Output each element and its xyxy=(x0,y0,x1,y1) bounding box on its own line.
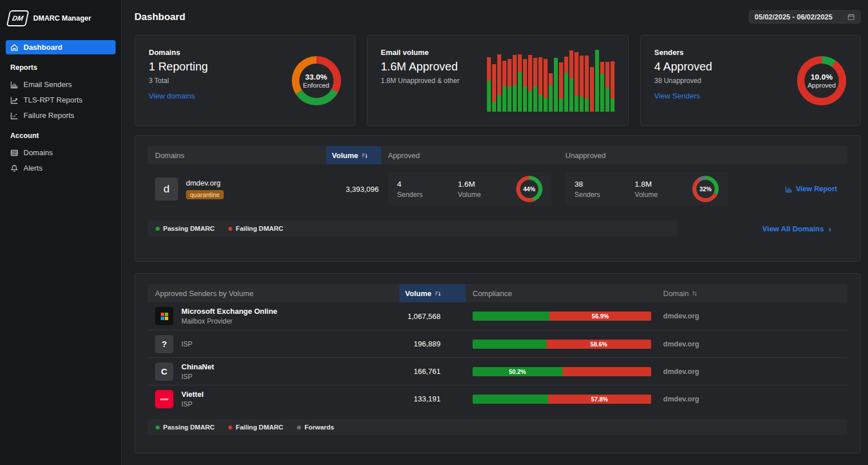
sender-identity: ?ISP xyxy=(148,335,399,353)
email-volume-card: Email volume 1.6M Approved 1.8M Unapprov… xyxy=(367,35,629,126)
volume-bar xyxy=(528,55,532,112)
volume-bar xyxy=(492,64,496,112)
column-header-unapproved: Unapproved xyxy=(565,151,728,160)
approved-volume: 1.6M xyxy=(458,180,481,188)
volume-bar xyxy=(600,62,604,112)
sender-domain: dmdev.org xyxy=(651,395,847,403)
email-volume-chart xyxy=(487,49,615,112)
sender-name: Viettel xyxy=(181,390,204,399)
volume-bar xyxy=(518,54,522,112)
report-chart-icon xyxy=(785,186,792,193)
sender-type: ISP xyxy=(181,340,192,348)
column-header-volume-sorted[interactable]: Volume xyxy=(326,146,381,164)
domains-legend-row: Passing DMARCFailing DMARC View All Doma… xyxy=(148,220,847,237)
date-range-value: 05/02/2025 - 06/02/2025 xyxy=(755,13,833,21)
senders-table-card: Approved Senders by Volume Volume Compli… xyxy=(134,273,861,454)
domains-table-header: Domains Volume Approved Unapproved xyxy=(148,146,847,164)
approved-pass-donut: 44% xyxy=(516,176,542,202)
sender-domain: dmdev.org xyxy=(651,340,847,348)
donut-center: 33.0% Enforced xyxy=(292,56,341,105)
sidebar-item-label: Email Senders xyxy=(23,80,72,89)
sidebar-item-label: Alerts xyxy=(23,164,42,172)
sidebar: DM DMARC Manager Dashboard Reports Email… xyxy=(0,0,122,465)
dmarc-logo-icon: DM xyxy=(6,10,29,26)
sidebar-item-email-senders[interactable]: Email Senders xyxy=(6,77,116,92)
volume-bar xyxy=(590,67,594,112)
failing-segment: 56.9% xyxy=(549,312,651,321)
approved-senders-count: 4 xyxy=(397,180,423,188)
column-header-compliance: Compliance xyxy=(473,289,651,298)
volume-bar xyxy=(559,62,563,112)
senders-card: Senders 4 Approved 38 Unapproved View Se… xyxy=(640,35,861,126)
page-title: Dashboard xyxy=(134,11,185,23)
senders-approved-value: 4 Approved xyxy=(655,60,712,73)
date-range-picker[interactable]: 05/02/2025 - 06/02/2025 xyxy=(749,10,861,23)
sidebar-item-failure-reports[interactable]: Failure Reports xyxy=(6,108,116,123)
card-title: Email volume xyxy=(381,48,487,57)
passing-segment xyxy=(473,312,549,321)
volume-bar xyxy=(533,58,537,112)
sidebar-item-label: Domains xyxy=(23,148,53,157)
view-domains-link[interactable]: View domains xyxy=(149,92,195,100)
sender-domain: dmdev.org xyxy=(651,368,847,376)
passing-segment xyxy=(473,395,548,404)
app-window: DM DMARC Manager Dashboard Reports Email… xyxy=(0,0,868,465)
column-header-approved: Approved xyxy=(388,151,552,160)
senders-table-body: Microsoft Exchange OnlineMailbox Provide… xyxy=(148,302,847,412)
sort-desc-icon xyxy=(362,152,368,159)
volume-bar xyxy=(574,52,578,112)
senders-unapproved-value: 38 Unapproved xyxy=(655,77,712,85)
column-header-volume-sorted[interactable]: Volume xyxy=(399,284,466,302)
microsoft-logo-icon xyxy=(155,307,173,325)
sidebar-item-tls-rpt-reports[interactable]: TLS-RPT Reports xyxy=(6,93,116,107)
volume-bar xyxy=(585,56,589,112)
volume-bar xyxy=(513,55,517,112)
sender-volume: 1,067,568 xyxy=(399,312,466,321)
donut-value: 10.0% xyxy=(811,73,833,81)
legend-dot-icon xyxy=(156,227,160,231)
volume-bar xyxy=(508,59,512,112)
volume-bar xyxy=(487,57,491,112)
donut-label: Enforced xyxy=(303,82,329,89)
enforced-donut-chart: 33.0% Enforced xyxy=(292,56,341,105)
donut-center: 10.0% Approved xyxy=(797,56,846,105)
domains-card: Domains 1 Reporting 3 Total View domains… xyxy=(134,35,355,126)
sidebar-item-label: Dashboard xyxy=(23,43,62,52)
volume-bar xyxy=(497,54,501,112)
question-mark-icon: ? xyxy=(155,335,173,353)
sidebar-item-dashboard[interactable]: Dashboard xyxy=(6,40,116,54)
compliance-percentage: 57.8% xyxy=(548,395,651,404)
domains-total-value: 3 Total xyxy=(149,77,208,85)
senders-table-header: Approved Senders by Volume Volume Compli… xyxy=(148,284,847,302)
card-title: Domains xyxy=(149,48,208,57)
sidebar-item-domains[interactable]: Domains xyxy=(6,145,116,160)
volume-bar xyxy=(554,58,558,112)
compliance-bar: 50.2% xyxy=(473,367,651,376)
column-header-domain[interactable]: Domain xyxy=(651,289,847,298)
compliance-percentage: 50.2% xyxy=(473,367,562,376)
compliance-bar: 56.9% xyxy=(473,312,651,321)
sender-type: Mailbox Provider xyxy=(181,317,278,325)
column-header-approved-senders: Approved Senders by Volume xyxy=(148,289,399,298)
donut-value: 33.0% xyxy=(305,73,327,81)
legend-item: Passing DMARC xyxy=(156,225,215,232)
sidebar-item-alerts[interactable]: Alerts xyxy=(6,161,116,175)
summary-cards: Domains 1 Reporting 3 Total View domains… xyxy=(134,35,861,126)
volume-bar xyxy=(611,61,615,112)
sender-volume: 196,889 xyxy=(399,340,466,348)
view-report-link[interactable]: View Report xyxy=(728,185,847,193)
domains-reporting-value: 1 Reporting xyxy=(149,60,208,73)
scatter-chart-icon xyxy=(10,112,18,120)
view-all-domains-link[interactable]: View All Domains› xyxy=(762,224,847,234)
failing-segment: 58.6% xyxy=(546,340,651,349)
viettel-logo-icon: viettel xyxy=(155,390,173,408)
sender-domain: dmdev.org xyxy=(651,312,847,320)
sender-row: ?ISP196,88958.6%dmdev.org xyxy=(148,330,847,357)
view-senders-link[interactable]: View Senders xyxy=(655,92,700,100)
donut-label: Approved xyxy=(807,82,835,89)
volume-bar xyxy=(502,61,506,112)
sender-name: Microsoft Exchange Online xyxy=(181,307,278,316)
domain-volume: 3,393,096 xyxy=(326,185,381,194)
senders-legend-row: Passing DMARCFailing DMARCForwards xyxy=(148,412,847,435)
card-title: Senders xyxy=(655,48,712,57)
